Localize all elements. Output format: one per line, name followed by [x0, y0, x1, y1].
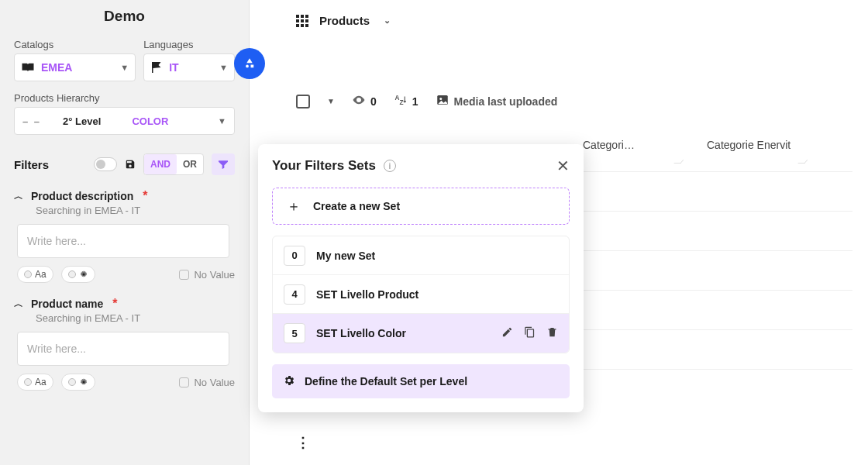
hierarchy-dash: – –: [22, 115, 41, 127]
svg-point-14: [439, 98, 442, 100]
no-value-check[interactable]: No Value: [179, 377, 235, 388]
image-icon: [436, 93, 450, 109]
languages-label: Languages: [143, 39, 235, 50]
collapse-icon[interactable]: ︿: [14, 190, 23, 203]
checkbox-icon: [179, 270, 189, 280]
breadcrumb[interactable]: Products ⌄: [296, 14, 852, 27]
svg-rect-8: [296, 24, 299, 27]
column-header[interactable]: Categori…: [583, 139, 684, 164]
visibility-count[interactable]: 0: [352, 93, 377, 109]
required-icon: *: [112, 297, 117, 311]
filter-title: Product description: [31, 190, 133, 202]
book-icon: [21, 62, 35, 73]
filter-block-description: ︿ Product description * Searching in EME…: [14, 189, 235, 283]
sort-icon: AZ: [394, 93, 408, 109]
info-icon[interactable]: i: [384, 160, 396, 172]
gear-icon: [283, 374, 295, 389]
hierarchy-label: Products Hierarchy: [14, 92, 235, 104]
set-label: My new Set: [316, 250, 375, 262]
set-count-badge: 4: [284, 284, 305, 305]
catalog-value: EMEA: [41, 61, 72, 74]
filter-block-name: ︿ Product name * Searching in EMEA - IT …: [14, 297, 235, 391]
filter-sets-popover: Your Filters Sets i ✕ ＋ Create a new Set…: [258, 144, 584, 412]
language-value: IT: [169, 61, 178, 74]
filter-sets-button[interactable]: [212, 153, 235, 175]
set-label: SET Livello Color: [316, 327, 406, 339]
svg-rect-6: [301, 19, 304, 22]
mode-toggle[interactable]: [61, 266, 95, 283]
and-or-toggle[interactable]: AND OR: [143, 153, 204, 175]
chevron-down-icon: ▼: [219, 63, 228, 72]
close-icon[interactable]: ✕: [556, 158, 570, 174]
filter-set-item[interactable]: 0 My new Set: [273, 236, 569, 275]
svg-rect-5: [296, 19, 299, 22]
toolbar: ▼ 0 AZ 1 Media last uploaded: [296, 93, 852, 109]
popover-title: Your Filters Sets: [272, 158, 376, 174]
set-count-badge: 0: [284, 246, 305, 266]
no-value-check[interactable]: No Value: [179, 269, 235, 281]
filter-input-description[interactable]: [17, 224, 229, 258]
svg-rect-4: [305, 15, 308, 18]
set-count-badge: 5: [284, 323, 305, 343]
sidebar-title: Demo: [14, 8, 235, 25]
plus-icon: ＋: [287, 197, 301, 215]
table-header: Categori… Categorie Enervit: [583, 139, 852, 164]
more-icon[interactable]: ⋮: [296, 434, 309, 451]
mode-toggle[interactable]: [61, 374, 95, 391]
checkbox-icon: [179, 377, 189, 388]
media-info[interactable]: Media last uploaded: [436, 93, 558, 109]
set-label: SET Livello Product: [316, 288, 418, 301]
hierarchy-select[interactable]: – – 2° Level COLOR ▼: [14, 107, 235, 135]
svg-rect-7: [305, 19, 308, 22]
filters-toggle[interactable]: [94, 157, 117, 171]
svg-rect-2: [296, 15, 299, 18]
filter-subtitle: Searching in EMEA - IT: [36, 312, 235, 324]
filter-set-item[interactable]: 4 SET Livello Product: [273, 275, 569, 314]
eye-icon: [352, 93, 366, 109]
chevron-down-icon: ▼: [120, 63, 129, 72]
create-set-button[interactable]: ＋ Create a new Set: [272, 188, 570, 225]
filter-subtitle: Searching in EMEA - IT: [36, 205, 235, 216]
required-icon: *: [143, 189, 147, 203]
edit-icon[interactable]: [501, 326, 513, 340]
select-all-checkbox[interactable]: [296, 95, 310, 108]
grid-icon: [296, 15, 308, 27]
catalogs-label: Catalogs: [14, 39, 136, 50]
svg-text:A: A: [394, 95, 399, 102]
sidebar: Demo Catalogs EMEA ▼ Languages IT ▼ Prod: [0, 0, 250, 465]
chevron-down-icon: ▼: [218, 116, 226, 126]
flag-icon: [150, 62, 163, 73]
and-option[interactable]: AND: [144, 154, 177, 174]
language-select[interactable]: IT ▼: [143, 53, 235, 81]
chevron-down-icon[interactable]: ▼: [327, 97, 335, 105]
hierarchy-color: COLOR: [132, 115, 168, 127]
svg-rect-3: [301, 15, 304, 18]
case-toggle[interactable]: Aa: [17, 374, 53, 391]
filters-heading: Filters: [14, 158, 49, 171]
collapse-icon[interactable]: ︿: [14, 298, 23, 311]
chevron-down-icon: ⌄: [384, 16, 391, 26]
sort-count[interactable]: AZ 1: [394, 93, 418, 109]
breadcrumb-label: Products: [319, 14, 370, 27]
svg-rect-9: [301, 24, 304, 27]
filter-input-name[interactable]: [17, 332, 229, 366]
define-default-button[interactable]: Define the Default Set per Level: [272, 364, 570, 398]
case-toggle[interactable]: Aa: [17, 266, 53, 283]
svg-rect-10: [305, 24, 308, 27]
svg-text:Z: Z: [399, 99, 403, 106]
gear-icon: [79, 377, 88, 387]
hierarchy-level: 2° Level: [63, 115, 101, 127]
save-icon[interactable]: [125, 159, 136, 170]
filter-set-item-selected[interactable]: 5 SET Livello Color: [273, 314, 569, 353]
catalog-select[interactable]: EMEA ▼: [14, 53, 136, 81]
filter-set-list: 0 My new Set 4 SET Livello Product 5 SET…: [272, 236, 570, 353]
column-header[interactable]: Categorie Enervit: [707, 139, 808, 164]
delete-icon[interactable]: [546, 326, 558, 340]
gear-icon: [79, 270, 88, 279]
copy-icon[interactable]: [524, 326, 536, 340]
filter-title: Product name: [31, 298, 103, 310]
or-option[interactable]: OR: [177, 154, 203, 174]
collapse-sidebar-fab[interactable]: [234, 48, 265, 79]
